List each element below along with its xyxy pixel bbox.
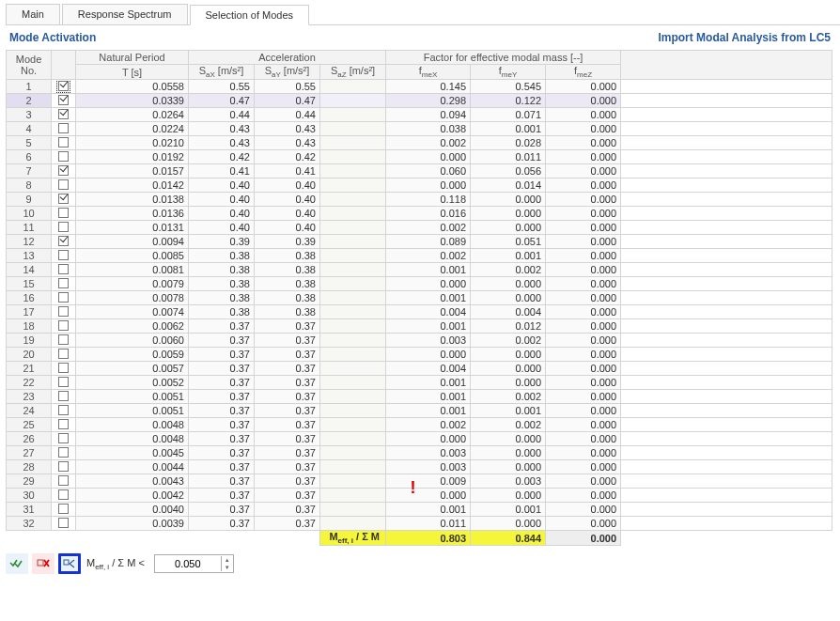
cell-sax[interactable]: 0.37 bbox=[189, 362, 255, 376]
cell-say[interactable]: 0.37 bbox=[255, 319, 320, 334]
tab-main[interactable]: Main bbox=[6, 4, 60, 24]
checkbox-icon[interactable] bbox=[58, 306, 69, 317]
cell-sax[interactable]: 0.37 bbox=[189, 390, 255, 404]
cell-fmex[interactable]: 0.000 bbox=[386, 432, 471, 446]
checkbox-icon[interactable] bbox=[58, 447, 69, 458]
cell-fmex[interactable]: 0.001 bbox=[386, 390, 471, 404]
cell-sax[interactable]: 0.44 bbox=[189, 108, 255, 122]
checkbox-icon[interactable] bbox=[58, 461, 69, 472]
table-row[interactable]: 10.05580.550.550.1450.5450.000 bbox=[7, 80, 832, 94]
checkbox-icon[interactable] bbox=[58, 95, 69, 105]
cell-checkbox[interactable] bbox=[52, 94, 76, 108]
cell-period[interactable]: 0.0078 bbox=[76, 291, 189, 305]
cell-fmey[interactable]: 0.001 bbox=[471, 404, 546, 418]
cell-checkbox[interactable] bbox=[52, 277, 76, 291]
cell-fmex[interactable]: !0.000 bbox=[386, 489, 471, 503]
cell-saz[interactable] bbox=[320, 376, 386, 390]
cell-sax[interactable]: 0.39 bbox=[189, 235, 255, 249]
cell-period[interactable]: 0.0142 bbox=[76, 179, 189, 193]
cell-period[interactable]: 0.0059 bbox=[76, 348, 189, 362]
cell-period[interactable]: 0.0264 bbox=[76, 108, 189, 122]
checkbox-icon[interactable] bbox=[58, 405, 69, 415]
cell-sax[interactable]: 0.37 bbox=[189, 489, 255, 503]
table-row[interactable]: 170.00740.380.380.0040.0040.000 bbox=[7, 305, 832, 319]
table-row[interactable]: 260.00480.370.370.0000.0000.000 bbox=[7, 432, 832, 446]
cell-say[interactable]: 0.37 bbox=[255, 460, 320, 474]
cell-checkbox[interactable] bbox=[52, 446, 76, 460]
table-row[interactable]: 280.00440.370.370.0030.0000.000 bbox=[7, 460, 832, 474]
cell-sax[interactable]: 0.37 bbox=[189, 517, 255, 531]
cell-checkbox[interactable] bbox=[52, 432, 76, 446]
cell-period[interactable]: 0.0062 bbox=[76, 319, 189, 334]
cell-sax[interactable]: 0.40 bbox=[189, 193, 255, 207]
cell-fmez[interactable]: 0.000 bbox=[546, 207, 621, 221]
cell-fmez[interactable]: 0.000 bbox=[546, 179, 621, 193]
cell-fmex[interactable]: 0.060 bbox=[386, 164, 471, 179]
cell-fmey[interactable]: 0.000 bbox=[471, 193, 546, 207]
tab-selection-of-modes[interactable]: Selection of Modes bbox=[190, 5, 310, 25]
cell-saz[interactable] bbox=[320, 474, 386, 489]
checkbox-icon[interactable] bbox=[58, 194, 69, 204]
cell-say[interactable]: 0.43 bbox=[255, 136, 320, 150]
checkbox-icon[interactable] bbox=[58, 292, 69, 303]
cell-fmey[interactable]: 0.014 bbox=[471, 179, 546, 193]
checkbox-icon[interactable] bbox=[58, 419, 69, 429]
cell-fmey[interactable]: 0.000 bbox=[471, 432, 546, 446]
cell-sax[interactable]: 0.38 bbox=[189, 249, 255, 263]
cell-saz[interactable] bbox=[320, 94, 386, 108]
cell-period[interactable]: 0.0057 bbox=[76, 362, 189, 376]
cell-fmey[interactable]: 0.000 bbox=[471, 207, 546, 221]
cell-fmex[interactable]: 0.001 bbox=[386, 319, 471, 334]
cell-saz[interactable] bbox=[320, 263, 386, 277]
table-row[interactable]: 290.00430.370.370.0090.0030.000 bbox=[7, 474, 832, 489]
cell-fmez[interactable]: 0.000 bbox=[546, 404, 621, 418]
cell-sax[interactable]: 0.37 bbox=[189, 376, 255, 390]
cell-say[interactable]: 0.37 bbox=[255, 376, 320, 390]
cell-fmez[interactable]: 0.000 bbox=[546, 263, 621, 277]
cell-fmez[interactable]: 0.000 bbox=[546, 94, 621, 108]
cell-checkbox[interactable] bbox=[52, 291, 76, 305]
checkbox-icon[interactable] bbox=[58, 320, 69, 331]
checkbox-icon[interactable] bbox=[58, 109, 69, 119]
table-row[interactable]: 250.00480.370.370.0020.0020.000 bbox=[7, 418, 832, 432]
cell-fmex[interactable]: 0.118 bbox=[386, 193, 471, 207]
cell-fmey[interactable]: 0.000 bbox=[471, 460, 546, 474]
cell-fmex[interactable]: 0.004 bbox=[386, 362, 471, 376]
cell-saz[interactable] bbox=[320, 235, 386, 249]
table-row[interactable]: 80.01420.400.400.0000.0140.000 bbox=[7, 179, 832, 193]
checkbox-icon[interactable] bbox=[58, 278, 69, 288]
cell-period[interactable]: 0.0079 bbox=[76, 277, 189, 291]
cell-checkbox[interactable] bbox=[52, 221, 76, 235]
cell-period[interactable]: 0.0157 bbox=[76, 164, 189, 179]
cell-checkbox[interactable] bbox=[52, 334, 76, 348]
cell-checkbox[interactable] bbox=[52, 362, 76, 376]
cell-sax[interactable]: 0.37 bbox=[189, 418, 255, 432]
cell-period[interactable]: 0.0052 bbox=[76, 376, 189, 390]
cell-saz[interactable] bbox=[320, 291, 386, 305]
cell-period[interactable]: 0.0192 bbox=[76, 150, 189, 164]
cell-fmey[interactable]: 0.002 bbox=[471, 263, 546, 277]
cell-fmex[interactable]: 0.009 bbox=[386, 474, 471, 489]
cell-say[interactable]: 0.37 bbox=[255, 334, 320, 348]
cell-checkbox[interactable] bbox=[52, 207, 76, 221]
tab-response-spectrum[interactable]: Response Spectrum bbox=[62, 4, 188, 24]
cell-fmex[interactable]: 0.001 bbox=[386, 376, 471, 390]
cell-fmex[interactable]: 0.089 bbox=[386, 235, 471, 249]
cell-sax[interactable]: 0.40 bbox=[189, 179, 255, 193]
cell-fmez[interactable]: 0.000 bbox=[546, 446, 621, 460]
cell-say[interactable]: 0.38 bbox=[255, 291, 320, 305]
cell-fmez[interactable]: 0.000 bbox=[546, 474, 621, 489]
cell-period[interactable]: 0.0136 bbox=[76, 207, 189, 221]
checkbox-icon[interactable] bbox=[58, 489, 69, 500]
cell-say[interactable]: 0.44 bbox=[255, 108, 320, 122]
cell-period[interactable]: 0.0051 bbox=[76, 404, 189, 418]
cell-fmex[interactable]: 0.001 bbox=[386, 291, 471, 305]
cell-saz[interactable] bbox=[320, 277, 386, 291]
checkbox-icon[interactable] bbox=[58, 137, 69, 147]
cell-fmey[interactable]: 0.000 bbox=[471, 446, 546, 460]
cell-checkbox[interactable] bbox=[52, 122, 76, 136]
cell-say[interactable]: 0.40 bbox=[255, 179, 320, 193]
cell-fmey[interactable]: 0.004 bbox=[471, 305, 546, 319]
cell-say[interactable]: 0.37 bbox=[255, 517, 320, 531]
cell-say[interactable]: 0.38 bbox=[255, 305, 320, 319]
